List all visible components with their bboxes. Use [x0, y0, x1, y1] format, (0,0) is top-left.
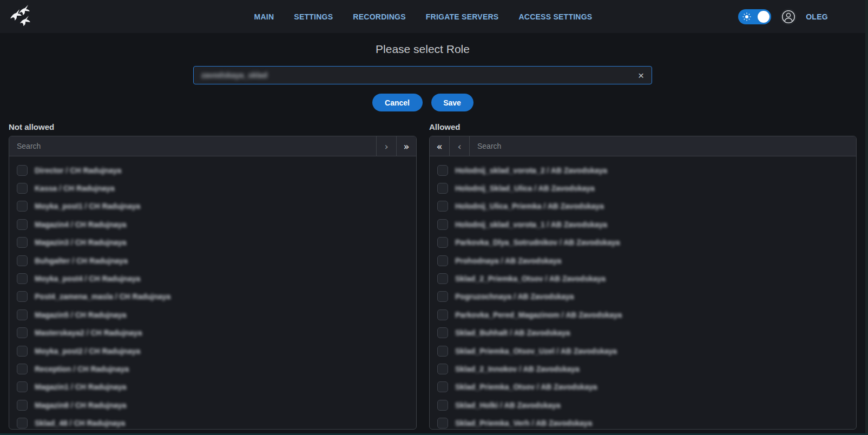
- item-checkbox[interactable]: [437, 381, 448, 392]
- item-checkbox[interactable]: [437, 364, 448, 374]
- item-label: Holodnij_sklad_vorota_1 / AB Zavodskaya: [455, 220, 607, 229]
- item-checkbox[interactable]: [17, 400, 28, 411]
- item-checkbox[interactable]: [17, 273, 28, 284]
- list-item[interactable]: Director / CH Radujnaya: [17, 161, 416, 179]
- item-checkbox[interactable]: [437, 346, 448, 357]
- not-allowed-title: Not allowed: [9, 122, 54, 131]
- list-item[interactable]: Reception / CH Radujnaya: [17, 360, 416, 378]
- page-title: Please select Role: [193, 43, 652, 56]
- list-item[interactable]: Parkovka_Pered_Magazinom / AB Zavodskaya: [437, 306, 856, 324]
- item-label: Prohodnaya / AB Zavodskaya: [455, 256, 561, 265]
- item-checkbox[interactable]: [17, 309, 28, 320]
- move-selected-left-button[interactable]: ‹: [450, 136, 470, 156]
- list-item[interactable]: Holodnij_sklad_vorota_2 / AB Zavodskaya: [437, 161, 856, 179]
- item-label: Magazin4 / CH Radujnaya: [35, 220, 127, 229]
- item-checkbox[interactable]: [437, 237, 448, 248]
- nav-item[interactable]: FRIGATE SERVERS: [426, 12, 499, 21]
- list-item[interactable]: Sklad_Holki / AB Zavodskaya: [437, 396, 856, 414]
- item-checkbox[interactable]: [17, 364, 28, 374]
- username-label[interactable]: OLEG: [806, 12, 828, 21]
- list-item[interactable]: Moyka_post1 / CH Radujnaya: [17, 197, 416, 215]
- cancel-button[interactable]: Cancel: [372, 94, 423, 111]
- move-all-right-button[interactable]: »: [396, 136, 416, 156]
- list-item[interactable]: Magazin8 / CH Radujnaya: [17, 396, 416, 414]
- list-item[interactable]: Magazin1 / CH Radujnaya: [17, 378, 416, 396]
- item-checkbox[interactable]: [17, 201, 28, 212]
- item-label: Magazin5 / CH Radujnaya: [35, 311, 127, 319]
- nav-item[interactable]: RECORDINGS: [353, 12, 405, 21]
- item-checkbox[interactable]: [437, 291, 448, 302]
- list-item[interactable]: Sklad_Priemka_Otsov / AB Zavodskaya: [437, 378, 856, 396]
- list-item[interactable]: Prohodnaya / AB Zavodskaya: [437, 252, 856, 269]
- list-item[interactable]: Holodnij_Sklad_Ulica / AB Zavodskaya: [437, 179, 856, 197]
- list-item[interactable]: Sklad_48 / CH Radujnaya: [17, 414, 416, 429]
- main-nav: MAIN SETTINGS RECORDINGS FRIGATE SERVERS…: [0, 0, 846, 33]
- page-scrollbar[interactable]: [865, 0, 868, 435]
- item-checkbox[interactable]: [437, 273, 448, 284]
- item-label: Sklad_2_Priemka_Otsov / AB Zavodskaya: [455, 274, 606, 283]
- item-label: Sklad_48 / CH Radujnaya: [35, 419, 125, 427]
- list-item[interactable]: Magazin3 / CH Radujnaya: [17, 234, 416, 252]
- list-item[interactable]: Sklad_Priemka_Verh / AB Zavodskaya: [437, 414, 856, 429]
- role-input-value: zavodskaya_sklad: [201, 71, 637, 80]
- item-checkbox[interactable]: [437, 183, 448, 194]
- move-all-left-button[interactable]: «: [430, 136, 450, 156]
- item-checkbox[interactable]: [437, 219, 448, 230]
- item-checkbox[interactable]: [17, 219, 28, 230]
- item-label: Moyka_post4 / CH Radujnaya: [35, 274, 140, 283]
- not-allowed-toolbar: › »: [9, 136, 416, 156]
- item-checkbox[interactable]: [437, 327, 448, 338]
- item-checkbox[interactable]: [437, 309, 448, 320]
- sun-icon: [742, 12, 751, 23]
- allowed-title: Allowed: [429, 122, 461, 131]
- item-label: Buhgalter / CH Radujnaya: [35, 256, 128, 265]
- item-checkbox[interactable]: [17, 183, 28, 194]
- list-item[interactable]: Magazin5 / CH Radujnaya: [17, 306, 416, 324]
- list-item[interactable]: Post4_zamena_masla / CH Radujnaya: [17, 288, 416, 306]
- list-item[interactable]: Kassa / CH Radujnaya: [17, 179, 416, 197]
- list-item[interactable]: Holodnij_Ulica_Priemka / AB Zavodskaya: [437, 197, 856, 215]
- nav-item[interactable]: ACCESS SETTINGS: [518, 12, 592, 21]
- item-label: Sklad_2_Innokov / AB Zavodskaya: [455, 365, 580, 373]
- nav-item[interactable]: MAIN: [254, 12, 274, 21]
- role-input[interactable]: zavodskaya_sklad ×: [193, 66, 652, 84]
- item-label: Sklad_Priemka_Otsov_Uzel / AB Zavodskaya: [455, 347, 617, 355]
- list-item[interactable]: Moyka_post4 / CH Radujnaya: [17, 269, 416, 287]
- allowed-search-input[interactable]: [470, 136, 856, 156]
- list-item[interactable]: Moyka_post2 / CH Radujnaya: [17, 342, 416, 360]
- item-checkbox[interactable]: [17, 291, 28, 302]
- item-checkbox[interactable]: [437, 255, 448, 266]
- list-item[interactable]: Sklad_Priemka_Otsov_Uzel / AB Zavodskaya: [437, 342, 856, 360]
- save-button[interactable]: Save: [431, 94, 474, 111]
- item-checkbox[interactable]: [437, 201, 448, 212]
- not-allowed-panel: › » Director / CH Radujnaya Kassa / CH R…: [9, 136, 417, 430]
- list-item[interactable]: Pogruzochnaya / AB Zavodskaya: [437, 288, 856, 306]
- nav-item[interactable]: SETTINGS: [294, 12, 333, 21]
- list-item[interactable]: Buhgalter / CH Radujnaya: [17, 252, 416, 269]
- not-allowed-search-input[interactable]: [9, 136, 376, 156]
- list-item[interactable]: Sklad_2_Innokov / AB Zavodskaya: [437, 360, 856, 378]
- item-checkbox[interactable]: [17, 255, 28, 266]
- list-item[interactable]: Parkovka_Dlya_Sotrudnikov / AB Zavodskay…: [437, 234, 856, 252]
- list-item[interactable]: Masterskaya2 / CH Radujnaya: [17, 324, 416, 342]
- item-checkbox[interactable]: [17, 237, 28, 248]
- list-item[interactable]: Magazin4 / CH Radujnaya: [17, 215, 416, 233]
- user-avatar-icon[interactable]: [780, 9, 797, 25]
- item-label: Sklad_Priemka_Verh / AB Zavodskaya: [455, 419, 592, 427]
- list-item[interactable]: Sklad_Buhhalt / AB Zavodskaya: [437, 324, 856, 342]
- item-label: Sklad_Priemka_Otsov / AB Zavodskaya: [455, 383, 597, 391]
- item-checkbox[interactable]: [437, 418, 448, 429]
- item-checkbox[interactable]: [17, 165, 28, 176]
- item-checkbox[interactable]: [437, 165, 448, 176]
- list-item[interactable]: Sklad_2_Priemka_Otsov / AB Zavodskaya: [437, 269, 856, 287]
- move-selected-right-button[interactable]: ›: [376, 136, 396, 156]
- item-checkbox[interactable]: [17, 346, 28, 357]
- item-checkbox[interactable]: [17, 327, 28, 338]
- theme-toggle[interactable]: [738, 9, 771, 24]
- item-checkbox[interactable]: [17, 418, 28, 429]
- item-checkbox[interactable]: [437, 400, 448, 411]
- item-checkbox[interactable]: [17, 381, 28, 392]
- clear-input-icon[interactable]: ×: [637, 70, 645, 81]
- list-item[interactable]: Holodnij_sklad_vorota_1 / AB Zavodskaya: [437, 215, 856, 233]
- header-right-controls: OLEG: [738, 0, 828, 33]
